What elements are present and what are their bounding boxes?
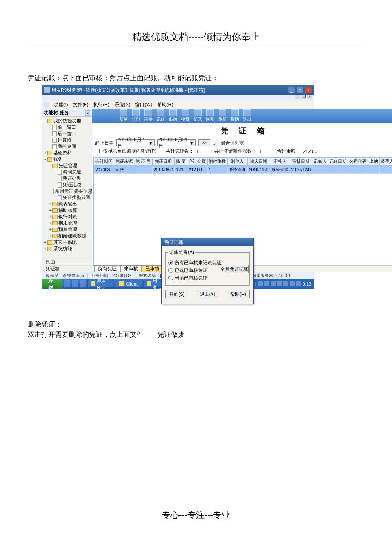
toolbar-刷新[interactable]: 刷新 [217,109,228,122]
toolbar-icon [169,109,177,116]
tree-node[interactable]: -我的快捷功能 [43,118,91,124]
mdi-close[interactable]: × [307,95,312,99]
start-button[interactable]: 开始(S) [165,290,188,298]
tray-icon[interactable] [290,281,295,286]
tree-node[interactable]: 常用凭证摘要信息 [43,188,91,194]
menu-file[interactable]: 文件(F) [70,101,91,108]
toolbar-出纳[interactable]: 出纳 [167,109,179,122]
mdi-min[interactable]: _ [295,95,300,99]
menu-function[interactable]: 功能(I) [52,101,70,108]
fitwidth-checkbox[interactable] [213,141,217,145]
tree-node[interactable]: 计算器 [43,137,91,143]
close-button[interactable]: × [305,87,312,93]
tree-node[interactable]: 我的桌面 [43,143,91,150]
menu-system[interactable]: 系统(S) [112,101,133,108]
tree-node[interactable]: +其它子系统 [43,239,91,246]
col-header[interactable]: 出纳 [368,158,380,166]
exit-button[interactable]: 退出(X) [196,290,219,298]
chevron-down-icon[interactable]: ▾ [149,140,153,146]
radio-dot-icon [168,276,173,280]
tray-icon[interactable] [271,281,276,286]
toolbar-退出[interactable]: 退出 [242,109,253,122]
sidebar-tab-voucherbox[interactable]: 凭证箱 [42,265,92,272]
col-header[interactable]: 输入日期 [247,158,270,166]
toolbar-打印[interactable]: 打印 [130,109,141,122]
col-header[interactable]: 凭证来源 [114,158,134,166]
window-title: 用友R9财务管理软件(收支分类改革升级版) 账务处理系统标准版 - [凭证箱] [52,87,205,93]
tray-icon[interactable] [264,281,269,286]
tree-node[interactable]: +账表输出 [43,201,91,207]
radio-current-audited[interactable]: 当前已审核凭证 [168,275,247,281]
toolbar-搜索[interactable]: 搜索 [180,109,191,122]
start-date-field[interactable]: 2010年 8月 1日▾ [116,139,155,146]
col-header[interactable]: 合计金额 [187,158,207,166]
go-button[interactable]: >> [198,139,210,146]
tree-node[interactable]: 凭证汇总 [43,182,91,188]
col-header[interactable]: 附件张数 [207,158,227,166]
minimize-button[interactable]: _ [288,87,295,93]
tab-0[interactable]: 所有凭证 [94,265,121,272]
col-header[interactable]: 会计期间 [94,158,114,166]
end-date-field[interactable]: 2010年 8月31日▾ [157,139,196,146]
toolbar-恢复[interactable]: 恢复 [205,109,216,122]
function-tree[interactable]: -我的快捷功能前一窗口后一窗口计算器我的桌面+基础资料-账务-凭证管理编制凭证凭… [42,117,92,258]
menu-help[interactable]: 帮助(H) [155,101,176,108]
col-header[interactable]: 记账人 [312,158,328,166]
tree-node[interactable]: +银行对账 [43,214,91,220]
mdi-restore[interactable]: ❐ [301,95,306,99]
col-header[interactable]: 审核日期 [290,158,312,166]
tree-node[interactable]: +期末处理 [43,220,91,226]
tray-icon[interactable] [296,281,301,286]
dialog-title: 凭证记账 [162,238,253,246]
col-header[interactable]: 公司代码 [348,158,368,166]
toolbar-新单[interactable]: 新单 [118,109,129,122]
col-header[interactable]: 凭 证 号 [134,158,153,166]
chevron-down-icon[interactable]: ▾ [190,140,194,146]
toolbar-icon [206,109,214,116]
col-header[interactable]: 凭证日期 [152,158,175,166]
quicklaunch-icon[interactable] [80,280,86,287]
toolbar-记账[interactable]: 记账 [155,109,166,122]
tree-node[interactable]: +辅助核算 [43,207,91,214]
tree-node[interactable]: +预算管理 [43,226,91,233]
quicklaunch-icon[interactable] [64,280,70,287]
col-header[interactable]: 经手人 [380,158,392,166]
tree-node[interactable]: 凭证类型设置 [43,194,91,201]
tree-node[interactable]: 编制凭证 [43,169,91,175]
sidebar-close[interactable]: × [85,110,90,116]
col-header[interactable]: 制单人 [227,158,247,166]
post-month-button[interactable]: 全月凭证记账 [220,265,249,273]
tree-node[interactable]: +初始建账数据 [43,233,91,239]
page-header: 精选优质文档-----倾情为你奉上 [0,0,392,47]
tray-icon[interactable] [258,281,263,286]
only-self-checkbox[interactable] [95,149,100,153]
tab-1[interactable]: 未审核 [120,265,142,272]
toolbar-筛选[interactable]: 筛选 [192,109,203,122]
tree-node[interactable]: -凭证管理 [43,162,91,169]
maximize-button[interactable]: □ [296,87,304,93]
table-row[interactable]: 201008 记账 2010-08-0 123 212.00 1 系统管理 20… [94,166,392,174]
tree-node[interactable]: +基础资料 [43,150,91,156]
tree-node[interactable]: +系统功能 [43,246,91,252]
col-header[interactable]: 审核人 [270,158,290,166]
tray-icon[interactable] [283,281,288,286]
menu-run[interactable]: 执行(R) [91,101,112,108]
tray-icon[interactable] [277,281,282,286]
toolbar-帮助[interactable]: 帮助 [229,109,240,122]
col-header[interactable]: 摘 要 [175,158,187,166]
system-tray[interactable]: CH 0:13 [247,279,314,289]
toolbar-审签[interactable]: 审签 [143,109,154,122]
help-button[interactable]: 帮助(H) [227,290,250,298]
taskbar-item[interactable]: Client [115,280,141,288]
menu-window[interactable]: 窗口(W) [133,101,155,108]
tree-node[interactable]: -账务 [43,156,91,162]
tree-node[interactable]: 前一窗口 [43,124,91,130]
col-header[interactable]: 记账日期 [328,158,348,166]
taskbar-item[interactable]: 用友R... [87,280,113,288]
tree-node[interactable]: 凭证处理 [43,175,91,182]
sidebar-tab-desktop[interactable]: 桌面 [42,258,92,265]
tree-node[interactable]: 后一窗口 [43,130,91,137]
quicklaunch-icon[interactable] [72,280,78,287]
start-button[interactable]: 开始 [42,279,63,289]
tab-2[interactable]: 已审核 [141,265,163,272]
